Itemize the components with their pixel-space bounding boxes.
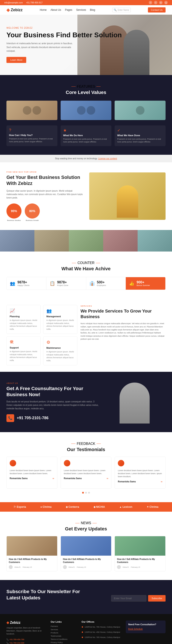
brand-chrima[interactable]: ● Chrima: [40, 506, 52, 508]
testimonial-text-3: Lorem tincidunt lorem lorem ipsum lorem.…: [118, 469, 162, 478]
footer-address-3: ● 133/First No. 765 House, Colony Manipu…: [82, 636, 121, 639]
feature-image-2: [61, 101, 112, 120]
quote-icon-3: ": [161, 480, 162, 485]
service-card-support: 🛠 Support In dignissim ipsum ipsum. Morb…: [6, 336, 41, 365]
footer-link-5[interactable]: Terms & Conditions: [51, 638, 77, 640]
circle-label-2: Business Growth: [25, 220, 40, 221]
consult-person: [120, 382, 150, 424]
footer-link-4[interactable]: Testimonials: [51, 635, 77, 637]
feature-icon-1: ?: [9, 128, 55, 132]
update-date-2: February 15: [77, 566, 86, 568]
quote-icon-2: ": [107, 477, 108, 482]
update-img-3: [115, 536, 165, 556]
stop-wasting-link[interactable]: License our content: [98, 157, 117, 160]
logo[interactable]: ◈ Zebizz: [6, 7, 23, 12]
footer-consult-link[interactable]: Book Schedule: [128, 628, 143, 630]
testimonial-card-2: Lorem tincidunt lorem lorem ipsum lorem.…: [61, 457, 112, 488]
achieve-num-2: 9878+: [57, 280, 68, 284]
business-img-inner: [89, 172, 166, 220]
services-label: SERVICES: [81, 305, 166, 307]
newsletter-input[interactable]: [111, 595, 146, 602]
feature-title-3: What We Have Done: [117, 134, 163, 137]
footer-logo: ◈ Zebizz: [6, 620, 46, 624]
features-label: FEATURES: [71, 85, 101, 88]
photo-strip-4: [103, 230, 138, 252]
consult-section: ABOUT US Get A Free Counsultancy For You…: [0, 372, 172, 432]
achieve-num-4: 900+: [137, 280, 150, 284]
footer-addr-text-1: 133/First No. 765 House, Colony Manipur: [85, 625, 120, 629]
stop-wasting-text: Stop wasting time and money on technolog…: [55, 157, 98, 160]
consult-text: Duis iaculis mi vel posul tincidunt pret…: [6, 400, 99, 410]
hero-title: Your Business Find Better Solution: [6, 31, 166, 39]
social-linkedin[interactable]: in: [159, 1, 163, 4]
achieve-num-3: 500+: [97, 280, 106, 284]
dot-1[interactable]: [82, 492, 84, 494]
footer-links-heading: Our Links: [51, 620, 77, 623]
phone-icon-1: 📞: [6, 638, 9, 640]
service-cards-left: 📈 Planning In dignissim ipsum ipsum. Mor…: [6, 305, 77, 365]
phone-number: +91 705-2101-786: [17, 416, 49, 420]
footer-link-3[interactable]: Products: [51, 632, 77, 634]
navbar: ◈ Zebizz Home About Us Pages Services Bl…: [0, 5, 172, 15]
testimonial-card-3: Lorem tincidunt lorem lorem ipsum lorem.…: [115, 457, 166, 488]
achieve-stat-info-3: 500+ Employers: [97, 280, 106, 286]
newsletter-btn[interactable]: Subscribe: [148, 595, 166, 602]
circle-percent-2: 80%: [29, 209, 35, 213]
social-twitter[interactable]: t: [154, 1, 157, 4]
quote-icon-1: ": [53, 477, 54, 482]
dot-2[interactable]: [85, 492, 87, 494]
topbar-phone: +91-798-456-917: [26, 2, 43, 4]
nav-search[interactable]: 🔍 Enter Name: [112, 8, 131, 12]
photo-strip-3: [69, 230, 103, 252]
nav-pages[interactable]: Pages: [65, 8, 72, 12]
support-title: Support: [10, 346, 37, 349]
brand-chrima2[interactable]: ✦ Chrima: [147, 506, 159, 508]
brand-esperia[interactable]: ⚐ Esperia: [13, 506, 26, 508]
nav-services[interactable]: Services: [76, 8, 86, 12]
nav-links: Home About Us Pages Services Blog: [40, 8, 95, 12]
brand-lexicon[interactable]: ▲ Lexicon: [119, 506, 132, 508]
update-card-2: How do I Sell Affiliate Products to My C…: [61, 536, 112, 571]
feature-icon-3: ✓: [117, 128, 163, 133]
brand-centerra[interactable]: ◈ Centerra: [66, 506, 79, 508]
newsletter-title: Subscribe To Our Newsletter For Latest U…: [6, 588, 82, 601]
footer-phone2: 📞 +91-789-234-698: [6, 641, 46, 644]
social-facebook[interactable]: f: [149, 1, 152, 4]
achieve-stat-2: 📋 9878+ Project Done: [46, 277, 86, 290]
update-avatar-1: [9, 565, 13, 569]
planning-icon: 📈: [10, 308, 37, 314]
features-images: [6, 101, 166, 120]
updates-cards: How do I Sell Affiliate Products to My C…: [6, 536, 166, 571]
footer-contact: 📞 +91-789-456-789 📞 +91-789-234-698: [6, 638, 46, 644]
social-google[interactable]: g: [164, 1, 168, 4]
footer-offices-heading: Our Offices: [82, 620, 121, 623]
update-date-1: February 15: [23, 566, 32, 568]
dot-3[interactable]: [88, 492, 90, 494]
update-body-2: How do I Sell Affiliate Products to My C…: [61, 556, 111, 571]
phone-icon: 📞: [6, 414, 14, 422]
achieve-stat-3: 👔 500+ Employers: [86, 277, 126, 290]
update-author-1: Olivia R.: [14, 566, 21, 568]
footer-consult-box: Need Free Consultation? Book Schedule: [126, 620, 166, 633]
testimonial-dots: [6, 492, 166, 494]
nav-about[interactable]: About Us: [51, 8, 61, 12]
search-placeholder: Enter Name: [118, 9, 129, 11]
contact-btn[interactable]: Contact Us: [148, 7, 166, 12]
footer-link-2[interactable]: Services: [51, 628, 77, 631]
brand-nichia[interactable]: ◆ NICHIA: [93, 506, 105, 508]
nav-home[interactable]: Home: [40, 8, 47, 12]
feature-title-2: What We Do Here: [63, 134, 109, 137]
update-img-2: [61, 536, 111, 556]
footer-link-1[interactable]: Partners: [51, 625, 77, 628]
features-section: FEATURES Core Level Values ? How Can I H…: [0, 75, 172, 155]
testimonial-avatar-3: [118, 460, 124, 466]
footer-link-6[interactable]: Privacy Policy: [51, 642, 77, 644]
hero-btn[interactable]: Learn More: [6, 57, 26, 63]
features-title: Core Level Values: [6, 90, 166, 95]
footer-consult-title: Need Free Consultation?: [128, 623, 163, 626]
update-title-3: How do I Sell Affiliate Products to My C…: [117, 558, 163, 564]
nav-blog[interactable]: Blog: [90, 8, 95, 12]
feature-card-1: ? How Can I Help You? Praesent ut erat n…: [6, 126, 57, 146]
photo-strip-5: [138, 230, 172, 252]
achieve-title: What We Have Achive: [6, 266, 166, 272]
